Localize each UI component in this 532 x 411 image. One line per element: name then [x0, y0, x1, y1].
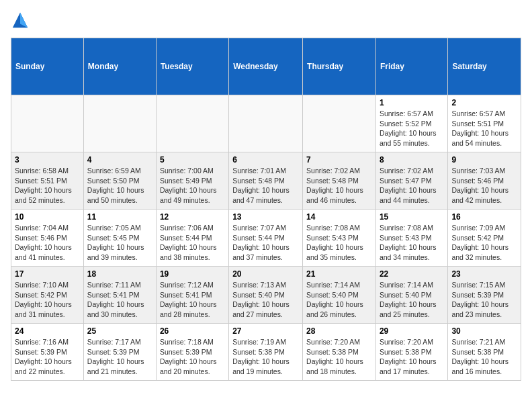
day-number: 27 [232, 326, 299, 336]
weekday-header-friday: Friday [375, 38, 447, 95]
day-info: Sunrise: 7:11 AM Sunset: 5:41 PM Dayligh… [87, 280, 152, 320]
day-number: 12 [160, 212, 225, 222]
calendar-cell: 26Sunrise: 7:18 AM Sunset: 5:39 PM Dayli… [156, 324, 228, 381]
day-number: 11 [87, 212, 152, 222]
day-info: Sunrise: 7:20 AM Sunset: 5:38 PM Dayligh… [306, 337, 372, 377]
calendar-cell [83, 95, 156, 152]
calendar-table: SundayMondayTuesdayWednesdayThursdayFrid… [11, 38, 521, 381]
day-number: 14 [306, 212, 372, 222]
calendar-cell: 8Sunrise: 7:02 AM Sunset: 5:47 PM Daylig… [375, 152, 447, 210]
calendar-week-4: 17Sunrise: 7:10 AM Sunset: 5:42 PM Dayli… [11, 267, 521, 324]
day-number: 3 [15, 155, 80, 165]
day-info: Sunrise: 7:13 AM Sunset: 5:40 PM Dayligh… [232, 280, 299, 320]
day-number: 6 [232, 155, 299, 165]
day-number: 2 [451, 98, 517, 107]
day-info: Sunrise: 7:14 AM Sunset: 5:40 PM Dayligh… [306, 280, 372, 320]
day-number: 25 [87, 326, 152, 336]
day-number: 9 [451, 155, 517, 165]
calendar-cell: 21Sunrise: 7:14 AM Sunset: 5:40 PM Dayli… [303, 267, 376, 324]
day-number: 18 [87, 269, 152, 279]
day-info: Sunrise: 7:02 AM Sunset: 5:47 PM Dayligh… [380, 166, 444, 205]
day-info: Sunrise: 7:05 AM Sunset: 5:45 PM Dayligh… [87, 223, 152, 263]
weekday-header-saturday: Saturday [448, 38, 521, 95]
day-info: Sunrise: 7:01 AM Sunset: 5:48 PM Dayligh… [232, 166, 299, 205]
day-info: Sunrise: 7:07 AM Sunset: 5:44 PM Dayligh… [232, 223, 299, 263]
day-info: Sunrise: 7:16 AM Sunset: 5:39 PM Dayligh… [15, 337, 80, 377]
day-info: Sunrise: 7:10 AM Sunset: 5:42 PM Dayligh… [15, 280, 80, 320]
weekday-header-monday: Monday [83, 38, 156, 95]
calendar-cell: 2Sunrise: 6:57 AM Sunset: 5:51 PM Daylig… [448, 95, 521, 152]
day-number: 26 [160, 326, 225, 336]
day-number: 23 [451, 269, 517, 279]
calendar-cell [303, 95, 376, 152]
day-number: 29 [380, 326, 444, 336]
day-number: 7 [306, 155, 372, 165]
calendar-cell: 14Sunrise: 7:08 AM Sunset: 5:43 PM Dayli… [303, 210, 376, 267]
calendar-week-5: 24Sunrise: 7:16 AM Sunset: 5:39 PM Dayli… [11, 324, 521, 381]
calendar-cell: 25Sunrise: 7:17 AM Sunset: 5:39 PM Dayli… [83, 324, 156, 381]
day-number: 19 [160, 269, 225, 279]
day-info: Sunrise: 7:09 AM Sunset: 5:42 PM Dayligh… [451, 223, 517, 263]
day-number: 5 [160, 155, 225, 165]
calendar-cell: 12Sunrise: 7:06 AM Sunset: 5:44 PM Dayli… [156, 210, 228, 267]
calendar-cell: 11Sunrise: 7:05 AM Sunset: 5:45 PM Dayli… [83, 210, 156, 267]
weekday-header-thursday: Thursday [303, 38, 376, 95]
day-info: Sunrise: 6:58 AM Sunset: 5:51 PM Dayligh… [15, 166, 80, 205]
weekday-header-wednesday: Wednesday [229, 38, 303, 95]
day-info: Sunrise: 7:06 AM Sunset: 5:44 PM Dayligh… [160, 223, 225, 263]
day-number: 1 [380, 98, 444, 107]
day-info: Sunrise: 7:21 AM Sunset: 5:38 PM Dayligh… [451, 337, 517, 377]
calendar-week-1: 1Sunrise: 6:57 AM Sunset: 5:52 PM Daylig… [11, 95, 521, 152]
calendar-cell: 27Sunrise: 7:19 AM Sunset: 5:38 PM Dayli… [229, 324, 303, 381]
calendar-cell: 17Sunrise: 7:10 AM Sunset: 5:42 PM Dayli… [11, 267, 84, 324]
calendar-cell: 19Sunrise: 7:12 AM Sunset: 5:41 PM Dayli… [156, 267, 228, 324]
calendar-cell: 3Sunrise: 6:58 AM Sunset: 5:51 PM Daylig… [11, 152, 84, 210]
day-number: 21 [306, 269, 372, 279]
day-info: Sunrise: 6:57 AM Sunset: 5:52 PM Dayligh… [380, 109, 444, 148]
day-info: Sunrise: 7:12 AM Sunset: 5:41 PM Dayligh… [160, 280, 225, 320]
weekday-header-sunday: Sunday [11, 38, 84, 95]
calendar-week-2: 3Sunrise: 6:58 AM Sunset: 5:51 PM Daylig… [11, 152, 521, 210]
calendar-cell: 6Sunrise: 7:01 AM Sunset: 5:48 PM Daylig… [229, 152, 303, 210]
calendar-cell: 16Sunrise: 7:09 AM Sunset: 5:42 PM Dayli… [448, 210, 521, 267]
calendar-cell [229, 95, 303, 152]
day-info: Sunrise: 7:03 AM Sunset: 5:46 PM Dayligh… [451, 166, 517, 205]
calendar-cell: 18Sunrise: 7:11 AM Sunset: 5:41 PM Dayli… [83, 267, 156, 324]
calendar-cell [11, 95, 84, 152]
calendar-cell: 22Sunrise: 7:14 AM Sunset: 5:40 PM Dayli… [375, 267, 447, 324]
page-header [11, 11, 521, 30]
day-info: Sunrise: 7:04 AM Sunset: 5:46 PM Dayligh… [15, 223, 80, 263]
day-info: Sunrise: 7:17 AM Sunset: 5:39 PM Dayligh… [87, 337, 152, 377]
calendar-cell: 24Sunrise: 7:16 AM Sunset: 5:39 PM Dayli… [11, 324, 84, 381]
weekday-header-tuesday: Tuesday [156, 38, 228, 95]
calendar-cell: 9Sunrise: 7:03 AM Sunset: 5:46 PM Daylig… [448, 152, 521, 210]
calendar-cell: 23Sunrise: 7:15 AM Sunset: 5:39 PM Dayli… [448, 267, 521, 324]
calendar-cell: 20Sunrise: 7:13 AM Sunset: 5:40 PM Dayli… [229, 267, 303, 324]
calendar-cell: 1Sunrise: 6:57 AM Sunset: 5:52 PM Daylig… [375, 95, 447, 152]
calendar-cell: 5Sunrise: 7:00 AM Sunset: 5:49 PM Daylig… [156, 152, 228, 210]
day-number: 22 [380, 269, 444, 279]
day-info: Sunrise: 7:08 AM Sunset: 5:43 PM Dayligh… [306, 223, 372, 263]
day-number: 28 [306, 326, 372, 336]
day-info: Sunrise: 7:08 AM Sunset: 5:43 PM Dayligh… [380, 223, 444, 263]
day-info: Sunrise: 6:59 AM Sunset: 5:50 PM Dayligh… [87, 166, 152, 205]
day-info: Sunrise: 7:19 AM Sunset: 5:38 PM Dayligh… [232, 337, 299, 377]
calendar-cell: 7Sunrise: 7:02 AM Sunset: 5:48 PM Daylig… [303, 152, 376, 210]
day-number: 17 [15, 269, 80, 279]
calendar-week-3: 10Sunrise: 7:04 AM Sunset: 5:46 PM Dayli… [11, 210, 521, 267]
logo [11, 11, 32, 30]
day-info: Sunrise: 7:20 AM Sunset: 5:38 PM Dayligh… [380, 337, 444, 377]
day-info: Sunrise: 7:00 AM Sunset: 5:49 PM Dayligh… [160, 166, 225, 205]
calendar-body: 1Sunrise: 6:57 AM Sunset: 5:52 PM Daylig… [11, 95, 521, 381]
day-number: 8 [380, 155, 444, 165]
day-number: 20 [232, 269, 299, 279]
day-info: Sunrise: 7:18 AM Sunset: 5:39 PM Dayligh… [160, 337, 225, 377]
day-number: 24 [15, 326, 80, 336]
calendar-header-row: SundayMondayTuesdayWednesdayThursdayFrid… [11, 38, 521, 95]
day-number: 30 [451, 326, 517, 336]
calendar-cell [156, 95, 228, 152]
day-info: Sunrise: 7:14 AM Sunset: 5:40 PM Dayligh… [380, 280, 444, 320]
calendar-cell: 10Sunrise: 7:04 AM Sunset: 5:46 PM Dayli… [11, 210, 84, 267]
day-info: Sunrise: 7:02 AM Sunset: 5:48 PM Dayligh… [306, 166, 372, 205]
day-info: Sunrise: 6:57 AM Sunset: 5:51 PM Dayligh… [451, 109, 517, 148]
